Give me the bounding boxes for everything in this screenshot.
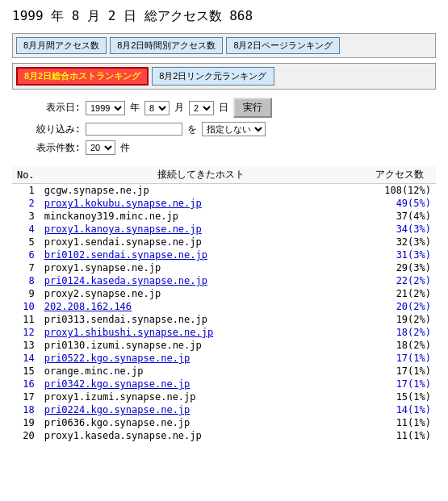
filter-row: 絞り込み: を 指定しない (28, 122, 436, 136)
cell-count: 108(12%) (363, 184, 436, 198)
cell-count: 17(1%) (363, 378, 436, 390)
cell-host: proxy2.synapse.ne.jp (40, 287, 363, 300)
cell-no: 13 (12, 339, 40, 352)
cell-no: 11 (12, 313, 40, 326)
table-row: 17proxy1.izumi.synapse.ne.jp15(1%) (12, 390, 436, 403)
table-row: 14pri0522.kgo.synapse.ne.jp17(1%) (12, 352, 436, 365)
cell-count: 21(2%) (363, 287, 436, 300)
cell-host[interactable]: proxy1.kokubu.synapse.ne.jp (40, 197, 363, 210)
cell-no: 19 (12, 416, 40, 429)
cell-no: 14 (12, 352, 40, 365)
cell-count: 31(3%) (363, 248, 436, 261)
cell-host: proxy1.izumi.synapse.ne.jp (40, 390, 363, 403)
cell-host[interactable]: proxy1.kanoya.synapse.ne.jp (40, 223, 363, 236)
table-row: 13pri0130.izumi.synapse.ne.jp18(2%) (12, 339, 436, 352)
cell-no: 16 (12, 378, 40, 390)
cell-count: 15(1%) (363, 390, 436, 403)
cell-host: proxy1.sendai.synapse.ne.jp (40, 236, 363, 248)
cell-host: proxy1.synapse.ne.jp (40, 261, 363, 274)
cell-count: 22(2%) (363, 274, 436, 287)
cell-host[interactable]: 202.208.162.146 (40, 300, 363, 313)
cell-host[interactable]: pri0522.kgo.synapse.ne.jp (40, 352, 363, 365)
filter-label: 絞り込み: (28, 123, 81, 136)
cell-no: 6 (12, 248, 40, 261)
cell-no: 7 (12, 261, 40, 274)
table-row: 19pri0636.kgo.synapse.ne.jp11(1%) (12, 416, 436, 429)
table-row: 15orange.minc.ne.jp17(1%) (12, 365, 436, 378)
cell-host[interactable]: pri0124.kaseda.synapse.ne.jp (40, 274, 363, 287)
cell-no: 3 (12, 210, 40, 223)
year-select[interactable]: 1999 (86, 101, 125, 115)
cell-no: 1 (12, 184, 40, 198)
day-suffix: 日 (219, 101, 228, 115)
table-row: 2proxy1.kokubu.synapse.ne.jp49(5%) (12, 197, 436, 210)
cell-count: 49(5%) (363, 197, 436, 210)
nav-monthly-access[interactable]: 8月月間アクセス数 (16, 37, 107, 54)
cell-count: 34(3%) (363, 223, 436, 236)
table-row: 7proxy1.synapse.ne.jp29(3%) (12, 261, 436, 274)
cell-count: 18(2%) (363, 339, 436, 352)
table-row: 16pri0342.kgo.synapse.ne.jp17(1%) (12, 378, 436, 390)
cell-count: 11(1%) (363, 429, 436, 442)
table-row: 5proxy1.sendai.synapse.ne.jp32(3%) (12, 236, 436, 248)
cell-no: 4 (12, 223, 40, 236)
cell-no: 20 (12, 429, 40, 442)
cell-no: 8 (12, 274, 40, 287)
cell-no: 10 (12, 300, 40, 313)
cell-count: 11(1%) (363, 416, 436, 429)
cell-count: 19(2%) (363, 313, 436, 326)
nav-page-ranking[interactable]: 8月2日ページランキング (226, 37, 339, 54)
cell-host: pri0636.kgo.synapse.ne.jp (40, 416, 363, 429)
cell-host: gcgw.synapse.ne.jp (40, 184, 363, 198)
cell-host: orange.minc.ne.jp (40, 365, 363, 378)
host-ranking-table: No. 接続してきたホスト アクセス数 1gcgw.synapse.ne.jp1… (12, 166, 436, 442)
count-row: 表示件数: 20 件 (28, 140, 436, 155)
cell-no: 12 (12, 326, 40, 339)
table-row: 4proxy1.kanoya.synapse.ne.jp34(3%) (12, 223, 436, 236)
controls-section: 表示日: 1999 年 8 月 2 日 実行 絞り込み: を 指定しない 表示件… (12, 98, 436, 155)
cell-host[interactable]: pri0224.kgo.synapse.ne.jp (40, 403, 363, 416)
col-header-host: 接続してきたホスト (40, 166, 363, 184)
filter-input[interactable] (86, 123, 182, 136)
cell-host: minckanoy319.minc.ne.jp (40, 210, 363, 223)
cell-no: 18 (12, 403, 40, 416)
table-row: 12proxy1.shibushi.synapse.ne.jp18(2%) (12, 326, 436, 339)
nav-hourly-access[interactable]: 8月2日時間別アクセス数 (110, 37, 223, 54)
cell-count: 20(2%) (363, 300, 436, 313)
nav-bar-2: 8月2日総合ホストランキング 8月2日リンク元ランキング (12, 63, 436, 90)
cell-no: 5 (12, 236, 40, 248)
col-header-no: No. (12, 166, 40, 184)
display-date-label: 表示日: (28, 101, 81, 115)
display-count-label: 表示件数: (28, 141, 81, 155)
filter-to: を (187, 123, 197, 136)
table-row: 18pri0224.kgo.synapse.ne.jp14(1%) (12, 403, 436, 416)
nav-referrer-ranking[interactable]: 8月2日リンク元ランキング (152, 67, 274, 86)
cell-host[interactable]: pri0342.kgo.synapse.ne.jp (40, 378, 363, 390)
day-select[interactable]: 2 (189, 101, 214, 115)
nav-host-ranking-active[interactable]: 8月2日総合ホストランキング (16, 67, 149, 86)
col-header-count: アクセス数 (363, 166, 436, 184)
table-row: 9proxy2.synapse.ne.jp21(2%) (12, 287, 436, 300)
table-row: 8pri0124.kaseda.synapse.ne.jp22(2%) (12, 274, 436, 287)
month-select[interactable]: 8 (144, 101, 170, 115)
nav-bar-1: 8月月間アクセス数 8月2日時間別アクセス数 8月2日ページランキング (12, 33, 436, 58)
table-row: 1gcgw.synapse.ne.jp108(12%) (12, 184, 436, 198)
table-row: 3minckanoy319.minc.ne.jp37(4%) (12, 210, 436, 223)
cell-host[interactable]: proxy1.shibushi.synapse.ne.jp (40, 326, 363, 339)
cell-count: 17(1%) (363, 352, 436, 365)
table-row: 10202.208.162.14620(2%) (12, 300, 436, 313)
filter-option-select[interactable]: 指定しない (202, 122, 266, 136)
year-suffix: 年 (130, 101, 140, 115)
cell-no: 2 (12, 197, 40, 210)
cell-count: 29(3%) (363, 261, 436, 274)
cell-count: 32(3%) (363, 236, 436, 248)
cell-no: 17 (12, 390, 40, 403)
table-row: 6bri0102.sendai.synapse.ne.jp31(3%) (12, 248, 436, 261)
cell-count: 14(1%) (363, 403, 436, 416)
cell-host[interactable]: bri0102.sendai.synapse.ne.jp (40, 248, 363, 261)
month-suffix: 月 (174, 101, 184, 115)
cell-no: 9 (12, 287, 40, 300)
display-count-select[interactable]: 20 (86, 140, 115, 155)
cell-count: 17(1%) (363, 365, 436, 378)
exec-button[interactable]: 実行 (233, 98, 272, 118)
